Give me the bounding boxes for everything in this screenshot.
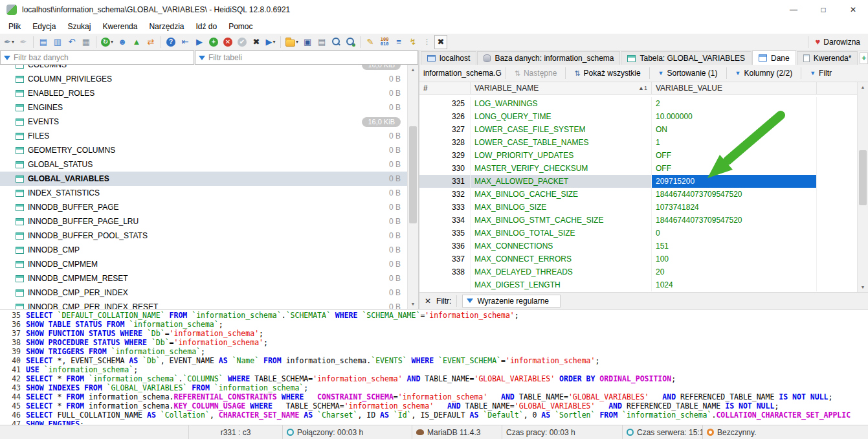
tree-item-innodb-cmp-per-index[interactable]: INNODB_CMP_PER_INDEX0 B <box>0 286 407 300</box>
variable-value-cell[interactable]: 18446744073709547520 <box>652 214 817 227</box>
scroll-down-icon[interactable] <box>858 282 868 292</box>
table-row[interactable]: 328LOWER_CASE_TABLE_NAMES1 <box>419 136 857 149</box>
maximize-button[interactable]: □ <box>808 0 838 19</box>
session-manager-button[interactable]: ✒▾ <box>3 35 16 49</box>
scroll-up-icon[interactable] <box>858 82 868 92</box>
tree-item-columns[interactable]: COLUMNS16,0 KiB <box>0 65 407 72</box>
variable-value-cell[interactable]: OFF <box>652 162 817 175</box>
menu-item-0[interactable]: Plik <box>3 20 27 33</box>
export-grid-button[interactable]: ▤ <box>315 35 328 49</box>
grid-filter-input[interactable]: Wyrażenie regularne <box>462 295 561 308</box>
tab-query[interactable]: Kwerenda* <box>797 51 858 65</box>
save-button[interactable]: ▣ <box>301 35 314 49</box>
tree-item-innodb-cmp-per-index-reset[interactable]: INNODB_CMP_PER_INDEX_RESET0 B <box>0 300 407 309</box>
create-database-button[interactable]: ▥ <box>51 35 64 49</box>
minimize-button[interactable]: — <box>779 0 808 19</box>
tree-item-enabled-roles[interactable]: ENABLED_ROLES0 B <box>0 86 407 100</box>
column-header-variable-value[interactable]: VARIABLE_VALUE <box>652 82 817 94</box>
variable-value-cell[interactable]: 1073741824 <box>652 201 817 214</box>
close-button[interactable]: ✕ <box>838 0 868 19</box>
selected-cell[interactable]: 209715200 <box>652 175 817 188</box>
tab-data[interactable]: Dane <box>752 51 796 65</box>
new-query-tab-button[interactable]: + <box>860 52 868 64</box>
tree-item-global-status[interactable]: GLOBAL_STATUS0 B <box>0 157 407 172</box>
menu-item-5[interactable]: Idź do <box>190 20 223 33</box>
database-filter-input[interactable]: Filtr baz danych <box>0 51 194 65</box>
table-row[interactable]: 330MASTER_VERIFY_CHECKSUMOFF <box>419 162 857 175</box>
help-button[interactable]: ? <box>164 35 177 49</box>
user-manager-button[interactable]: ☻ <box>116 35 129 49</box>
tree-item-column-privileges[interactable]: COLUMN_PRIVILEGES0 B <box>0 72 407 86</box>
highlight-button[interactable]: ✎ <box>364 35 377 49</box>
menu-item-4[interactable]: Narzędzia <box>143 20 190 33</box>
variable-value-cell[interactable]: 0 <box>652 227 817 240</box>
variable-value-cell[interactable]: 100 <box>652 253 817 265</box>
tree-item-engines[interactable]: ENGINES0 B <box>0 100 407 115</box>
table-filter-input[interactable]: Filtr tabeli <box>195 51 418 65</box>
filter-button[interactable]: ▼Filtr <box>805 67 836 79</box>
print-button[interactable]: ▦ <box>80 35 93 49</box>
donate-button[interactable]: ♥ Darowizna <box>810 37 865 47</box>
variable-value-cell[interactable]: 18446744073709547520 <box>652 188 817 201</box>
search-button[interactable] <box>329 35 342 49</box>
menu-item-6[interactable]: Pomoc <box>223 20 258 33</box>
tree-item-innodb-cmp[interactable]: INNODB_CMP0 B <box>0 243 407 257</box>
menu-item-2[interactable]: Szukaj <box>61 20 96 33</box>
delete-record-button[interactable]: ✖ <box>250 35 263 49</box>
table-row[interactable]: 325LOG_WARNINGS2 <box>419 97 857 110</box>
line-break-button[interactable]: ≡ <box>392 35 405 49</box>
refresh-button[interactable]: ↻▾ <box>100 35 115 49</box>
variable-value-cell[interactable]: 10.000000 <box>652 110 817 123</box>
tree-item-geometry-columns[interactable]: GEOMETRY_COLUMNS0 B <box>0 143 407 157</box>
tree-item-innodb-cmpmem[interactable]: INNODB_CMPMEM0 B <box>0 257 407 271</box>
scroll-up-icon[interactable] <box>408 65 418 74</box>
table-row[interactable]: 336MAX_CONNECTIONS151 <box>419 240 857 253</box>
binary-view-button[interactable]: 100010 <box>378 35 391 49</box>
table-row[interactable]: 338MAX_DELAYED_THREADS20 <box>419 265 857 278</box>
run-query-button[interactable]: ▶▾ <box>264 35 277 49</box>
clear-button[interactable]: ✖ <box>434 35 447 49</box>
table-row[interactable]: 333MAX_BINLOG_SIZE1073741824 <box>419 201 857 214</box>
show-all-button[interactable]: ⇅Pokaż wszystkie <box>570 67 645 79</box>
nav-next-button[interactable]: ▶ <box>193 35 206 49</box>
post-edit-button[interactable]: ✔ <box>236 35 249 49</box>
grid-scrollbar-thumb[interactable] <box>859 150 867 205</box>
table-row[interactable]: 326LONG_QUERY_TIME10.000000 <box>419 110 857 123</box>
tab-database[interactable]: Baza danych: information_schema <box>477 51 620 65</box>
find-again-button[interactable] <box>344 35 357 49</box>
tree-item-index-statistics[interactable]: INDEX_STATISTICS0 B <box>0 186 407 200</box>
columns-button[interactable]: ▼Kolumny (2/2) <box>731 67 797 79</box>
tree-item-files[interactable]: FILES0 B <box>0 129 407 143</box>
menu-item-1[interactable]: Edycja <box>27 20 61 33</box>
table-row[interactable]: 327LOWER_CASE_FILE_SYSTEMON <box>419 123 857 136</box>
menu-item-3[interactable]: Kwerenda <box>96 20 143 33</box>
sorting-button[interactable]: ▼Sortowanie (1) <box>654 67 722 79</box>
variable-value-cell[interactable]: ON <box>652 123 817 136</box>
nav-first-button[interactable]: ⇤ <box>179 35 192 49</box>
grid-scrollbar[interactable] <box>857 82 868 292</box>
variable-value-cell[interactable]: 151 <box>652 240 817 253</box>
tab-host[interactable]: localhost <box>421 51 476 65</box>
cancel-edit-button[interactable]: ✕ <box>221 35 234 49</box>
export-database-button[interactable]: ▲ <box>130 35 143 49</box>
variable-value-cell[interactable]: 1024 <box>652 278 817 291</box>
tab-table[interactable]: Tabela: GLOBAL_VARIABLES <box>621 51 751 65</box>
table-row[interactable]: 335MAX_BINLOG_TOTAL_SIZE0 <box>419 227 857 240</box>
open-file-button[interactable]: ▾ <box>284 35 300 49</box>
tree-item-global-variables[interactable]: GLOBAL_VARIABLES0 B <box>0 172 407 186</box>
table-row[interactable]: 337MAX_CONNECT_ERRORS100 <box>419 253 857 265</box>
import-button[interactable]: ⇄ <box>144 35 157 49</box>
next-button[interactable]: ⇅Następne <box>510 67 562 79</box>
column-header-variable-name[interactable]: VARIABLE_NAME ▲1 <box>471 82 652 94</box>
variable-value-cell[interactable]: 2 <box>652 97 817 110</box>
sql-log[interactable]: 35SELECT `DEFAULT_COLLATION_NAME` FROM `… <box>0 309 868 425</box>
reformat-button[interactable]: ↯ <box>406 35 419 49</box>
variable-value-cell[interactable]: 1 <box>652 136 817 149</box>
variable-value-cell[interactable]: 20 <box>652 265 817 278</box>
add-record-button[interactable]: + <box>207 35 220 49</box>
tree-scrollbar-thumb[interactable] <box>409 126 417 223</box>
scroll-down-icon[interactable] <box>408 299 418 309</box>
column-header-row-number[interactable]: # <box>419 82 471 94</box>
table-row[interactable]: 329LOW_PRIORITY_UPDATESOFF <box>419 149 857 162</box>
undo-button[interactable]: ↶ <box>65 35 78 49</box>
